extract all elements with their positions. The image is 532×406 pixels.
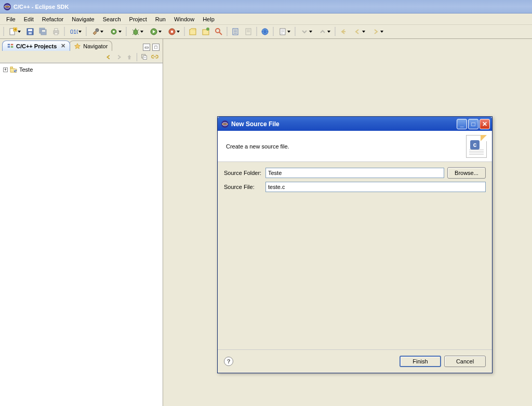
- close-tab-icon[interactable]: ✕: [61, 43, 65, 49]
- web-button[interactable]: [259, 26, 271, 37]
- last-location-button[interactable]: [337, 26, 350, 37]
- mini-toolbar-sep: [137, 53, 137, 61]
- build-all-button[interactable]: [107, 26, 124, 37]
- new-source-file-dialog: New Source File _ □ ✕ Create a new sourc…: [217, 116, 493, 373]
- svg-rect-21: [190, 30, 196, 35]
- help-button[interactable]: ?: [224, 357, 233, 366]
- dialog-close-button[interactable]: ✕: [480, 119, 490, 129]
- finish-button[interactable]: Finish: [400, 356, 441, 367]
- cpp-projects-icon: [7, 43, 14, 50]
- view-tab-row: C/C++ Projects ✕ Navigator ▭ □: [0, 39, 163, 51]
- menu-run[interactable]: Run: [151, 15, 170, 24]
- toolbar-sep: [125, 26, 128, 37]
- svg-rect-9: [42, 30, 45, 32]
- back-button[interactable]: [350, 26, 368, 37]
- print-button[interactable]: [50, 26, 62, 37]
- mark-button[interactable]: [229, 26, 242, 37]
- toolbar-sep: [272, 26, 275, 37]
- main-titlebar: C/C++ - Eclipse SDK: [0, 0, 532, 13]
- binary-button[interactable]: 010: [66, 26, 84, 37]
- menu-refactor[interactable]: Refactor: [38, 15, 68, 24]
- last-edit-button[interactable]: [275, 26, 293, 37]
- new-button[interactable]: [6, 26, 23, 37]
- next-annotation-button[interactable]: [297, 26, 315, 37]
- save-button[interactable]: [24, 26, 36, 37]
- tree-item-teste[interactable]: + C Teste: [2, 65, 161, 74]
- left-panel: C/C++ Projects ✕ Navigator ▭ □ +: [0, 39, 163, 406]
- forward-button[interactable]: [368, 26, 386, 37]
- svg-rect-31: [11, 44, 13, 45]
- svg-rect-20: [171, 31, 173, 33]
- toolbar-sep: [63, 26, 66, 37]
- svg-rect-30: [8, 46, 10, 48]
- toolbar-sep: [85, 26, 88, 37]
- svg-point-16: [113, 31, 115, 33]
- folding-button[interactable]: [242, 26, 255, 37]
- toolbar-sep: [225, 26, 229, 37]
- dialog-footer: ? Finish Cancel: [218, 349, 492, 373]
- build-button[interactable]: [88, 26, 106, 37]
- dialog-header: Create a new source file. c: [218, 131, 492, 162]
- cancel-button[interactable]: Cancel: [444, 356, 486, 367]
- svg-point-23: [206, 28, 209, 31]
- project-tree[interactable]: + C Teste: [0, 63, 163, 406]
- eclipse-icon: [3, 3, 11, 11]
- search-button[interactable]: [212, 26, 225, 37]
- svg-point-17: [134, 30, 138, 35]
- maximize-view-icon[interactable]: □: [152, 44, 159, 51]
- toolbar-sep: [183, 26, 186, 37]
- view-mini-toolbar: [0, 51, 163, 63]
- tab-cpp-projects[interactable]: C/C++ Projects ✕: [2, 40, 70, 51]
- menu-navigate[interactable]: Navigate: [68, 15, 98, 24]
- menu-window[interactable]: Window: [170, 15, 198, 24]
- debug-button[interactable]: [128, 26, 146, 37]
- dialog-maximize-button[interactable]: □: [468, 119, 478, 129]
- dialog-titlebar[interactable]: New Source File _ □ ✕: [218, 117, 492, 131]
- source-folder-label: Source Folder:: [224, 170, 262, 176]
- browse-button[interactable]: Browse...: [447, 167, 486, 179]
- eclipse-icon: [221, 120, 229, 128]
- svg-rect-5: [28, 29, 32, 31]
- workbench-content: C/C++ Projects ✕ Navigator ▭ □ +: [0, 39, 532, 406]
- source-file-input[interactable]: [265, 182, 486, 192]
- collapse-all-icon[interactable]: [140, 52, 149, 62]
- dialog-body: Source Folder: Browse... Source File:: [218, 162, 492, 349]
- nav-forward-icon[interactable]: [114, 52, 124, 62]
- open-type-button[interactable]: [200, 26, 212, 37]
- svg-rect-32: [11, 46, 13, 48]
- tree-item-label: Teste: [19, 66, 33, 73]
- svg-rect-11: [55, 29, 58, 31]
- menu-file[interactable]: File: [2, 15, 20, 24]
- nav-back-icon[interactable]: [104, 52, 113, 62]
- window-title: C/C++ - Eclipse SDK: [14, 4, 69, 10]
- project-folder-icon: C: [10, 66, 17, 73]
- new-class-button[interactable]: [187, 26, 199, 37]
- svg-rect-29: [8, 44, 10, 45]
- minimize-view-icon[interactable]: ▭: [143, 44, 150, 51]
- nav-up-icon[interactable]: [125, 52, 134, 62]
- c-file-icon: c: [466, 135, 487, 158]
- dialog-title: New Source File: [231, 120, 280, 128]
- expand-icon[interactable]: +: [3, 67, 8, 72]
- menu-search[interactable]: Search: [99, 15, 125, 24]
- tab-navigator[interactable]: Navigator: [69, 40, 112, 51]
- external-button[interactable]: [165, 26, 182, 37]
- dialog-header-text: Create a new source file.: [226, 143, 289, 150]
- run-button[interactable]: [147, 26, 164, 37]
- save-all-button[interactable]: [37, 26, 49, 37]
- source-folder-input[interactable]: [265, 168, 444, 178]
- tab-navigator-label: Navigator: [83, 43, 108, 49]
- toolbar-grip: [2, 26, 5, 37]
- tab-cpp-projects-label: C/C++ Projects: [16, 43, 57, 49]
- svg-point-24: [216, 29, 220, 33]
- menu-edit[interactable]: Edit: [20, 15, 38, 24]
- dialog-minimize-button[interactable]: _: [457, 119, 467, 129]
- toolbar-sep: [334, 26, 337, 37]
- prev-annotation-button[interactable]: [315, 26, 333, 37]
- svg-rect-36: [10, 67, 12, 69]
- svg-rect-6: [29, 32, 32, 34]
- menu-help[interactable]: Help: [198, 15, 219, 24]
- menu-project[interactable]: Project: [125, 15, 151, 24]
- navigator-icon: [74, 43, 81, 50]
- link-editor-icon[interactable]: [150, 52, 159, 62]
